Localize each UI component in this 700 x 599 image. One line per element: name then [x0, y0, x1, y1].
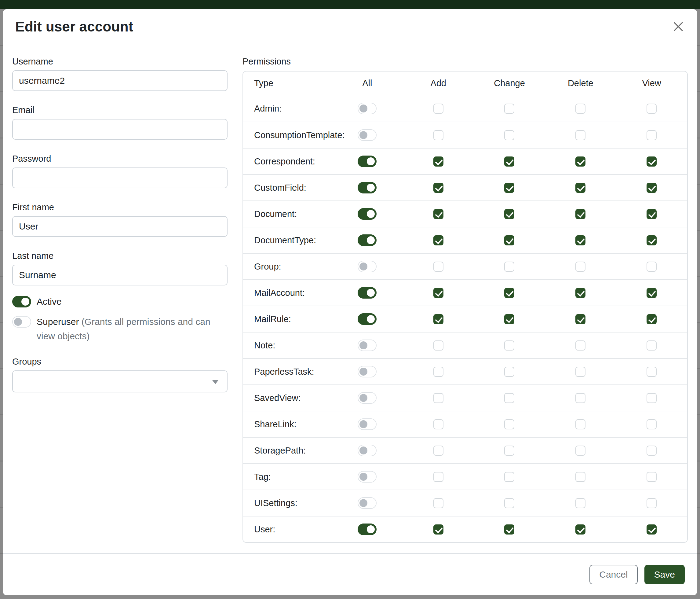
permission-delete-checkbox[interactable]: [575, 209, 585, 219]
permission-add-checkbox[interactable]: [433, 209, 444, 219]
permission-add-checkbox[interactable]: [433, 446, 444, 456]
last-name-input[interactable]: [12, 265, 227, 285]
permission-add-checkbox[interactable]: [433, 472, 444, 482]
permission-all-toggle[interactable]: [358, 524, 377, 535]
permission-all-toggle[interactable]: [358, 129, 377, 141]
permission-delete-checkbox[interactable]: [575, 498, 585, 508]
permission-view-checkbox[interactable]: [647, 157, 657, 167]
permission-delete-checkbox[interactable]: [575, 262, 585, 272]
permission-view-checkbox[interactable]: [647, 235, 657, 245]
permission-change-checkbox[interactable]: [504, 288, 514, 298]
permission-all-toggle[interactable]: [358, 418, 377, 430]
permission-all-toggle[interactable]: [358, 445, 377, 456]
permission-delete-checkbox[interactable]: [575, 103, 585, 114]
save-button[interactable]: Save: [644, 565, 685, 584]
permission-all-toggle[interactable]: [358, 366, 377, 378]
permission-delete-checkbox[interactable]: [575, 157, 585, 167]
permission-change-checkbox[interactable]: [504, 446, 514, 456]
permission-change-checkbox[interactable]: [504, 419, 514, 429]
permission-change-checkbox[interactable]: [504, 235, 514, 245]
permission-view-checkbox[interactable]: [647, 209, 657, 219]
permission-delete-checkbox[interactable]: [575, 472, 585, 482]
permission-change-checkbox[interactable]: [504, 103, 514, 114]
permission-view-checkbox[interactable]: [647, 498, 657, 508]
close-icon: [673, 21, 683, 32]
permission-view-checkbox[interactable]: [647, 472, 657, 482]
permission-delete-checkbox[interactable]: [575, 314, 585, 324]
permission-change-checkbox[interactable]: [504, 130, 514, 140]
permission-all-toggle[interactable]: [358, 208, 377, 220]
permission-delete-checkbox[interactable]: [575, 288, 585, 298]
permission-change-checkbox[interactable]: [504, 157, 514, 167]
username-input[interactable]: [12, 70, 227, 91]
first-name-input[interactable]: [12, 216, 227, 237]
permission-add-checkbox[interactable]: [433, 288, 444, 298]
permission-view-checkbox[interactable]: [647, 262, 657, 272]
permission-all-toggle[interactable]: [358, 471, 377, 483]
permission-change-checkbox[interactable]: [504, 472, 514, 482]
permission-delete-checkbox[interactable]: [575, 419, 585, 429]
password-input[interactable]: [12, 167, 227, 188]
permission-add-checkbox[interactable]: [433, 393, 444, 403]
permission-add-checkbox[interactable]: [433, 367, 444, 377]
permission-delete-checkbox[interactable]: [575, 183, 585, 193]
permission-add-checkbox[interactable]: [433, 103, 444, 114]
permission-add-checkbox[interactable]: [433, 130, 444, 140]
permission-all-toggle[interactable]: [358, 261, 377, 272]
permission-delete-checkbox[interactable]: [575, 393, 585, 403]
close-button[interactable]: [671, 19, 686, 35]
permission-delete-checkbox[interactable]: [575, 235, 585, 245]
permission-delete-checkbox[interactable]: [575, 340, 585, 351]
permission-all-toggle[interactable]: [358, 103, 377, 114]
permission-add-checkbox[interactable]: [433, 183, 444, 193]
permission-change-checkbox[interactable]: [504, 183, 514, 193]
permission-all-toggle[interactable]: [358, 155, 377, 167]
permission-change-checkbox[interactable]: [504, 524, 514, 534]
permission-view-checkbox[interactable]: [647, 314, 657, 324]
permission-delete-checkbox[interactable]: [575, 130, 585, 140]
permission-view-checkbox[interactable]: [647, 393, 657, 403]
cancel-button[interactable]: Cancel: [590, 565, 638, 584]
permission-view-checkbox[interactable]: [647, 367, 657, 377]
permission-all-toggle[interactable]: [358, 392, 377, 404]
superuser-toggle[interactable]: [12, 316, 31, 328]
permission-change-checkbox[interactable]: [504, 209, 514, 219]
permission-add-checkbox[interactable]: [433, 419, 444, 429]
permission-change-checkbox[interactable]: [504, 498, 514, 508]
active-toggle[interactable]: [12, 296, 31, 308]
permission-change-checkbox[interactable]: [504, 393, 514, 403]
permission-all-toggle[interactable]: [358, 313, 377, 325]
permission-all-toggle[interactable]: [358, 234, 377, 246]
permission-all-toggle[interactable]: [358, 339, 377, 351]
permission-add-checkbox[interactable]: [433, 157, 444, 167]
permission-view-checkbox[interactable]: [647, 183, 657, 193]
permission-add-checkbox[interactable]: [433, 524, 444, 534]
permission-add-checkbox[interactable]: [433, 498, 444, 508]
groups-select[interactable]: [12, 370, 227, 392]
permission-type-label: MailRule:: [254, 314, 291, 324]
permission-add-checkbox[interactable]: [433, 235, 444, 245]
permission-change-checkbox[interactable]: [504, 314, 514, 324]
email-input[interactable]: [12, 119, 227, 140]
permission-all-toggle[interactable]: [358, 497, 377, 509]
permission-view-checkbox[interactable]: [647, 288, 657, 298]
permission-view-checkbox[interactable]: [647, 340, 657, 351]
permission-change-checkbox[interactable]: [504, 367, 514, 377]
permission-add-checkbox[interactable]: [433, 314, 444, 324]
permission-delete-checkbox[interactable]: [575, 524, 585, 534]
edit-user-account-modal: Edit user account Username Email Passwor…: [3, 9, 697, 595]
permission-all-toggle[interactable]: [358, 287, 377, 298]
permission-view-checkbox[interactable]: [647, 419, 657, 429]
permission-view-checkbox[interactable]: [647, 103, 657, 114]
permission-delete-checkbox[interactable]: [575, 367, 585, 377]
modal-footer: Cancel Save: [3, 553, 697, 595]
permission-change-checkbox[interactable]: [504, 262, 514, 272]
permission-view-checkbox[interactable]: [647, 130, 657, 140]
permission-add-checkbox[interactable]: [433, 340, 444, 351]
permission-view-checkbox[interactable]: [647, 524, 657, 534]
permission-delete-checkbox[interactable]: [575, 446, 585, 456]
permission-add-checkbox[interactable]: [433, 262, 444, 272]
permission-view-checkbox[interactable]: [647, 446, 657, 456]
permission-change-checkbox[interactable]: [504, 340, 514, 351]
permission-all-toggle[interactable]: [358, 182, 377, 193]
